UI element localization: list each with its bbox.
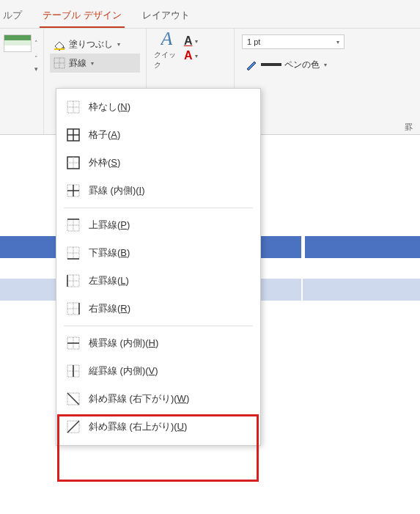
menu-item-border-inside[interactable]: 罫線 (内側)(I) <box>56 177 260 205</box>
menu-item-label: 格子(A) <box>89 128 120 142</box>
menu-item-label: 枠なし(N) <box>89 100 130 114</box>
vinner-border-icon <box>67 364 80 378</box>
text-fill-button[interactable]: A▾ <box>184 34 226 48</box>
table-style-thumb[interactable] <box>4 34 32 52</box>
outside-border-icon <box>67 156 80 169</box>
chevron-down-icon: ▾ <box>324 62 327 68</box>
top-border-icon <box>67 219 80 232</box>
inside-border-icon <box>67 184 80 197</box>
diagdown-border-icon <box>67 392 80 405</box>
text-outline-icon: A <box>184 49 193 62</box>
menu-item-border-diagup[interactable]: 斜め罫線 (右上がり)(U) <box>56 413 260 441</box>
pen-color-button[interactable]: ペンの色 ▾ <box>242 55 413 74</box>
chevron-down-icon: ▾ <box>117 41 120 48</box>
menu-item-border-top[interactable]: 上罫線(P) <box>56 211 260 239</box>
menu-item-border-diagdown[interactable]: 斜め罫線 (右下がり)(W) <box>56 385 260 413</box>
diagup-border-icon <box>67 420 80 433</box>
menu-item-border-vinner[interactable]: 縦罫線 (内側)(V) <box>56 357 260 385</box>
menu-item-label: 左罫線(L) <box>89 274 129 287</box>
paint-bucket-icon <box>53 37 66 51</box>
menu-item-label: 上罫線(P) <box>89 219 130 232</box>
menu-item-label: 右罫線(R) <box>89 302 130 315</box>
menu-item-border-none[interactable]: 枠なし(N) <box>56 93 260 121</box>
tab-layout[interactable]: レイアウト <box>139 4 193 28</box>
menu-item-label: 斜め罫線 (右上がり)(U) <box>89 420 187 433</box>
ribbon-tabs: ルプ テーブル デザイン レイアウト <box>0 0 420 29</box>
pen-weight-value: 1 pt <box>247 37 335 46</box>
svg-line-41 <box>67 393 79 405</box>
text-outline-button[interactable]: A▾ <box>184 49 226 62</box>
hinner-border-icon <box>67 337 80 350</box>
draw-borders-group: 1 pt ▾ ペンの色 ▾ 罫 <box>235 29 420 134</box>
left-border-icon <box>67 274 80 287</box>
svg-rect-0 <box>54 48 65 50</box>
border-icon <box>53 56 66 70</box>
shading-button[interactable]: 塗りつぶし ▾ <box>50 34 140 54</box>
shading-label: 塗りつぶし <box>69 38 113 51</box>
menu-item-label: 横罫線 (内側)(H) <box>89 337 158 350</box>
pen-icon <box>245 58 258 71</box>
tab-help-fragment[interactable]: ルプ <box>0 4 25 28</box>
pen-weight-combo[interactable]: 1 pt ▾ <box>242 34 345 49</box>
menu-separator <box>64 208 253 208</box>
quick-styles-button[interactable]: A クイック <box>154 34 180 64</box>
svg-line-43 <box>67 421 79 433</box>
chevron-down-icon: ▾ <box>195 53 198 59</box>
chevron-down-icon: ▾ <box>91 60 94 67</box>
gallery-down-icon[interactable]: ˅ <box>33 55 40 62</box>
tab-table-design[interactable]: テーブル デザイン <box>40 4 125 28</box>
gallery-more-icon[interactable]: ▾ <box>33 65 40 73</box>
menu-item-border-all[interactable]: 格子(A) <box>56 121 260 149</box>
borders-dropdown-menu: 枠なし(N)格子(A)外枠(S)罫線 (内側)(I)上罫線(P)下罫線(B)左罫… <box>56 88 261 446</box>
none-border-icon <box>67 100 80 114</box>
borders-button[interactable]: 罫線 ▾ <box>50 54 140 73</box>
menu-item-border-hinner[interactable]: 横罫線 (内側)(H) <box>56 329 260 357</box>
pen-color-swatch <box>261 63 281 66</box>
chevron-down-icon: ▾ <box>195 38 198 45</box>
menu-item-border-left[interactable]: 左罫線(L) <box>56 267 260 295</box>
all-border-icon <box>67 128 80 142</box>
gallery-up-icon[interactable]: ˄ <box>33 40 40 47</box>
right-border-icon <box>67 302 80 315</box>
bottom-border-icon <box>67 246 80 260</box>
menu-item-border-bottom[interactable]: 下罫線(B) <box>56 239 260 267</box>
menu-item-label: 外枠(S) <box>89 156 120 169</box>
wordart-a-icon: A <box>161 28 172 50</box>
menu-item-label: 罫線 (内側)(I) <box>89 184 145 197</box>
menu-item-label: 縦罫線 (内側)(V) <box>89 364 158 378</box>
menu-item-border-outside[interactable]: 外枠(S) <box>56 149 260 177</box>
quick-styles-label: クイック <box>154 50 180 70</box>
chevron-down-icon: ▾ <box>336 39 339 45</box>
menu-item-label: 下罫線(B) <box>89 246 130 260</box>
menu-item-border-right[interactable]: 右罫線(R) <box>56 295 260 323</box>
draw-borders-label: 罫 <box>405 122 413 133</box>
menu-separator <box>64 326 253 326</box>
pen-color-label: ペンの色 <box>284 59 320 71</box>
text-fill-icon: A <box>184 34 193 48</box>
table-styles-gallery: ˄ ˅ ▾ <box>0 29 44 134</box>
menu-item-label: 斜め罫線 (右下がり)(W) <box>89 392 189 405</box>
borders-label: 罫線 <box>69 57 86 70</box>
